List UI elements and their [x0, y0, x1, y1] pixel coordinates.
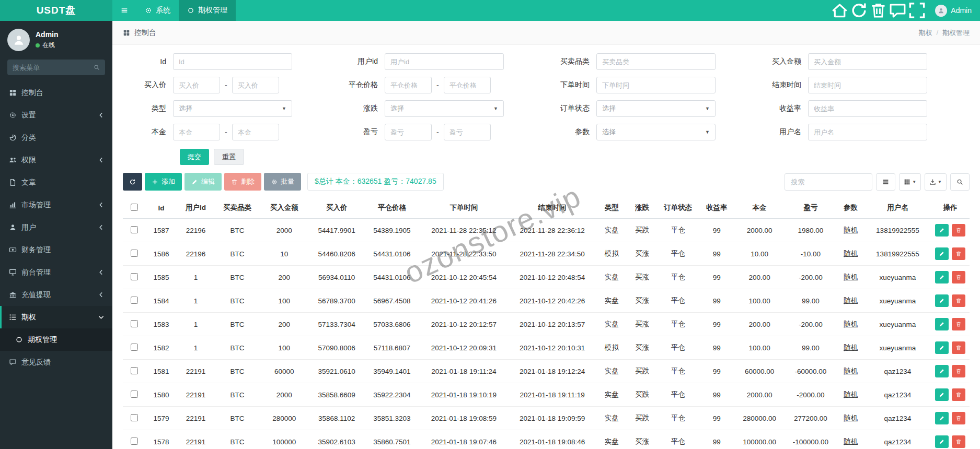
fullscreen-icon[interactable] [907, 0, 927, 21]
buy-price-max-input[interactable] [232, 77, 279, 93]
buy-amount-filter-input[interactable] [808, 53, 927, 70]
admin-menu[interactable]: Admin [927, 5, 980, 17]
row-checkbox[interactable] [131, 226, 138, 233]
cell-param[interactable]: 随机 [837, 336, 864, 360]
delete-row-button[interactable] [952, 224, 965, 237]
cell-param[interactable]: 随机 [837, 430, 864, 449]
row-checkbox[interactable] [131, 320, 138, 327]
refresh-icon[interactable] [849, 0, 869, 21]
delete-row-button[interactable] [952, 294, 965, 307]
id-filter-input[interactable] [173, 53, 292, 70]
param-select[interactable]: 选择▼ [596, 124, 716, 140]
nav-option-management[interactable]: 期权管理 [179, 0, 236, 21]
sidebar-item-feedback[interactable]: 意见反馈 [0, 351, 112, 373]
edit-row-button[interactable] [935, 365, 949, 377]
search-toggle-button[interactable] [950, 173, 970, 191]
export-button[interactable]: ▼ [925, 173, 947, 191]
end-time-filter-input[interactable] [808, 77, 927, 93]
cell-param[interactable]: 随机 [837, 242, 864, 266]
delete-row-button[interactable] [952, 365, 965, 377]
sidebar-item-option-manage[interactable]: 期权管理 [0, 328, 112, 351]
delete-row-button[interactable] [952, 318, 965, 330]
edit-row-button[interactable] [935, 224, 949, 237]
edit-button[interactable]: 编辑 [185, 173, 222, 191]
sidebar-toggle-button[interactable] [112, 0, 136, 21]
type-select[interactable]: 选择▼ [173, 100, 292, 117]
buy-price-min-input[interactable] [173, 77, 220, 93]
edit-row-button[interactable] [935, 412, 949, 424]
sidebar-item-recharge[interactable]: 充值提现 [0, 283, 112, 306]
nav-system[interactable]: 系统 [136, 0, 179, 21]
sidebar-item-permission[interactable]: 权限 [0, 149, 112, 171]
username-filter-input[interactable] [808, 124, 927, 140]
sidebar-item-console[interactable]: 控制台 [0, 81, 112, 104]
principal-min-input[interactable] [173, 124, 220, 140]
rate-filter-input[interactable] [808, 100, 927, 117]
reset-button[interactable]: 重置 [214, 149, 244, 165]
row-checkbox[interactable] [131, 297, 138, 304]
users-icon [9, 156, 17, 164]
close-price-max-input[interactable] [444, 77, 491, 93]
principal-max-input[interactable] [232, 124, 279, 140]
delete-button[interactable]: 删除 [224, 173, 261, 191]
sidebar-search-input[interactable] [13, 64, 90, 72]
row-checkbox[interactable] [131, 250, 138, 257]
sidebar-item-article[interactable]: 文章 [0, 171, 112, 194]
delete-row-button[interactable] [952, 271, 965, 283]
profit-min-input[interactable] [385, 124, 432, 140]
refresh-table-button[interactable] [123, 173, 142, 191]
home-icon[interactable] [830, 0, 849, 21]
profit-max-input[interactable] [444, 124, 491, 140]
delete-row-button[interactable] [952, 247, 965, 260]
row-checkbox[interactable] [131, 344, 138, 351]
add-button[interactable]: 添加 [145, 173, 182, 191]
edit-row-button[interactable] [935, 388, 949, 401]
edit-row-button[interactable] [935, 294, 949, 307]
cell-param[interactable]: 随机 [837, 266, 864, 289]
select-all-checkbox[interactable] [131, 204, 138, 211]
batch-button[interactable]: 批量 [264, 173, 301, 191]
delete-row-button[interactable] [952, 341, 965, 354]
edit-row-button[interactable] [935, 318, 949, 330]
breadcrumb-section[interactable]: 期权 [918, 28, 932, 38]
search-icon[interactable] [94, 64, 100, 70]
message-icon[interactable] [888, 0, 907, 21]
columns-button[interactable]: ▼ [899, 173, 921, 191]
cell-param[interactable]: 随机 [837, 383, 864, 407]
row-checkbox[interactable] [131, 391, 138, 398]
sidebar-item-settings[interactable]: 设置 [0, 104, 112, 126]
sidebar-item-category[interactable]: 分类 [0, 126, 112, 149]
row-checkbox[interactable] [131, 273, 138, 280]
row-checkbox[interactable] [131, 414, 138, 421]
sidebar-item-finance[interactable]: 财务管理 [0, 239, 112, 261]
cell-param[interactable]: 随机 [837, 360, 864, 383]
breadcrumb[interactable]: 控制台 [123, 28, 156, 38]
order-time-filter-input[interactable] [596, 77, 716, 93]
row-checkbox[interactable] [131, 367, 138, 374]
status-select[interactable]: 选择▼ [596, 100, 716, 117]
uid-filter-input[interactable] [385, 53, 504, 70]
delete-row-button[interactable] [952, 388, 965, 401]
cell-param[interactable]: 随机 [837, 313, 864, 336]
edit-row-button[interactable] [935, 247, 949, 260]
delete-row-button[interactable] [952, 435, 965, 448]
trash-icon[interactable] [869, 0, 888, 21]
toggle-pagination-button[interactable] [876, 173, 895, 191]
cell-param[interactable]: 随机 [837, 219, 864, 242]
sidebar-item-frontend[interactable]: 前台管理 [0, 261, 112, 283]
trend-select[interactable]: 选择▼ [385, 100, 504, 117]
sidebar-item-option[interactable]: 期权 [0, 306, 112, 328]
sidebar-item-user[interactable]: 用户 [0, 216, 112, 239]
edit-row-button[interactable] [935, 435, 949, 448]
delete-row-button[interactable] [952, 412, 965, 424]
row-checkbox[interactable] [131, 438, 138, 445]
submit-button[interactable]: 提交 [180, 149, 209, 165]
table-search-input[interactable] [785, 173, 872, 191]
category-filter-input[interactable] [596, 53, 716, 70]
cell-param[interactable]: 随机 [837, 289, 864, 313]
edit-row-button[interactable] [935, 341, 949, 354]
cell-param[interactable]: 随机 [837, 407, 864, 430]
edit-row-button[interactable] [935, 271, 949, 283]
sidebar-item-market[interactable]: 市场管理 [0, 194, 112, 216]
close-price-min-input[interactable] [385, 77, 432, 93]
